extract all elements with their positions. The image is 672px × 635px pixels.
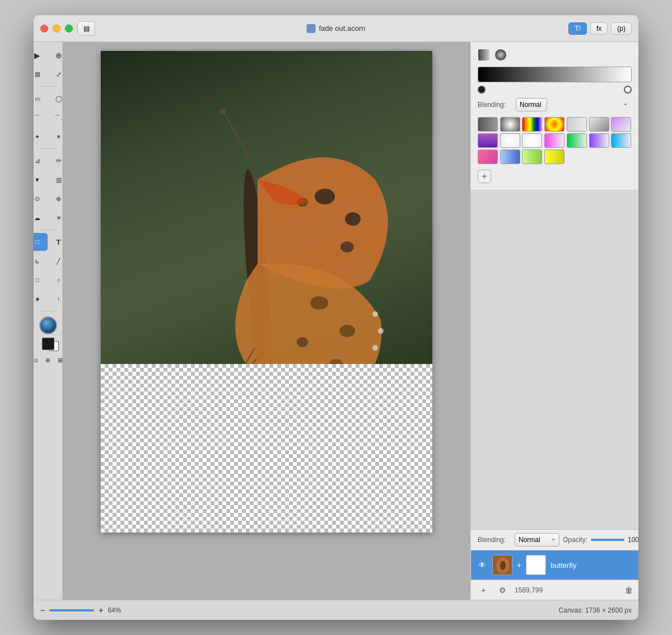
file-icon (306, 24, 315, 33)
ellipse-draw-tool[interactable]: ○ (49, 271, 69, 289)
fx-label: fx (596, 25, 601, 32)
layers-section: Blending: Normal Multiply Screen Opacity… (471, 529, 638, 600)
ellipse-select-tool[interactable]: ◯ (49, 90, 69, 108)
brush-tool[interactable]: ⊙ (34, 190, 48, 208)
add-preset-button[interactable]: + (478, 170, 491, 183)
preset-radial-white[interactable] (500, 133, 520, 148)
tool-extra-btns: ⊙ ⊕ ⊞ (34, 354, 66, 366)
zoom-small-icon[interactable]: ⊞ (55, 354, 66, 366)
gradient-stop-left[interactable] (478, 86, 486, 94)
layer-item[interactable]: 👁 + butterfly (471, 550, 638, 580)
star-tool[interactable]: ★ (34, 290, 48, 308)
close-button[interactable] (40, 25, 48, 32)
preset-pink[interactable] (478, 150, 498, 164)
radial-gradient-btn[interactable] (494, 49, 507, 61)
blur-tool[interactable]: ☁ (34, 209, 48, 227)
foreground-color[interactable] (42, 338, 54, 350)
preset-purple-fade[interactable] (611, 117, 631, 132)
right-panel: Blending: Normal Multiply Screen Overlay (470, 42, 638, 600)
fx-button[interactable]: fx (590, 22, 608, 35)
text-tool[interactable]: T (49, 233, 69, 251)
tools-button[interactable]: T! (568, 22, 587, 35)
preset-yellow-solid[interactable] (544, 150, 564, 164)
zoom-in-button[interactable]: + (99, 606, 103, 615)
file-name: fade out.acorn (319, 24, 365, 32)
preset-green-fade[interactable] (567, 133, 587, 148)
svg-rect-17 (478, 49, 489, 60)
maximize-button[interactable] (65, 25, 73, 32)
canvas-content (101, 51, 432, 533)
preset-violet-fade[interactable] (589, 133, 609, 148)
layer-visibility-toggle[interactable]: 👁 (477, 559, 488, 571)
canvas-area[interactable] (63, 42, 470, 600)
zoom-tool[interactable]: ⊕ (49, 46, 69, 64)
paint-bucket-tool[interactable]: ▼ (34, 171, 48, 189)
gradient-presets-grid (478, 117, 632, 164)
svg-point-5 (340, 241, 354, 253)
delete-layer-button[interactable]: 🗑 (625, 586, 633, 595)
rect-select-tool[interactable]: ▭ (34, 90, 48, 108)
burn-tool[interactable]: ☀ (49, 209, 69, 227)
p-label: (p) (617, 25, 626, 32)
blending-select[interactable]: Normal Multiply Screen Overlay (516, 98, 547, 111)
preset-sunburst[interactable] (544, 117, 564, 132)
eyedropper-tool[interactable]: ⊿ (34, 152, 48, 170)
rect-draw-tool[interactable]: □ (34, 271, 48, 289)
preset-radial-gray[interactable] (500, 117, 520, 132)
opacity-slider[interactable] (591, 539, 624, 541)
preset-radial-soft[interactable] (522, 133, 542, 148)
preset-gray[interactable] (478, 117, 498, 132)
layer-count-value: 1589,799 (515, 586, 543, 594)
left-toolbar: ▶ ⊕ ⊠ ⤢ ▭ ◯ ⌒ ⌒. ✦ ✶ ⊿ ✏ (34, 42, 63, 600)
layer-count: 1589,799 (515, 586, 543, 594)
rect-shape-tool[interactable]: □ (34, 233, 48, 251)
gradient-bar[interactable] (478, 67, 632, 82)
p-button[interactable]: (p) (611, 22, 632, 35)
gradient-slider-track (478, 86, 632, 94)
add-layer-button[interactable]: + (477, 583, 490, 597)
preset-rainbow[interactable] (522, 117, 542, 132)
preset-blue-solid[interactable] (500, 150, 520, 164)
blending-row: Blending: Normal Multiply Screen Overlay (478, 98, 632, 111)
preset-silver[interactable] (589, 117, 609, 132)
transform-tool[interactable]: ⤢ (49, 66, 69, 83)
titlebar: ▤ fade out.acorn T! fx (p) (34, 15, 638, 42)
clone-tool[interactable]: ⊕ (49, 190, 69, 208)
preset-fade-gray[interactable] (567, 117, 587, 132)
layer-thumbnail (492, 555, 512, 575)
magic-wand2-tool[interactable]: ✶ (49, 128, 69, 146)
crop-tool[interactable]: ⊠ (34, 66, 48, 83)
poly-lasso-tool[interactable]: ⌒. (49, 109, 69, 127)
sidebar-toggle-button[interactable]: ▤ (77, 21, 95, 36)
layer-settings-button[interactable]: ⚙ (496, 583, 509, 597)
right-panel-spacer (471, 190, 638, 529)
linear-gradient-btn[interactable] (478, 49, 490, 61)
search-icon[interactable]: ⊕ (43, 354, 54, 366)
preset-blue-fade[interactable] (611, 133, 631, 148)
gradient-stop-right[interactable] (624, 86, 632, 94)
pencil-tool[interactable]: ✏ (49, 152, 69, 170)
arrow-tool[interactable]: ↑ (49, 290, 69, 308)
select-tool[interactable]: ▶ (34, 46, 48, 64)
gradient-bar-container (478, 67, 632, 82)
titlebar-center: fade out.acorn (306, 24, 365, 33)
svg-point-3 (315, 189, 335, 204)
layer-mask[interactable] (526, 555, 546, 575)
swap-colors-icon[interactable]: ⊙ (34, 354, 41, 366)
gradient-editor: Blending: Normal Multiply Screen Overlay (471, 42, 638, 190)
preset-purple-solid[interactable] (478, 133, 498, 148)
zoom-slider[interactable] (49, 609, 94, 611)
gradient-tool[interactable]: ▥ (49, 171, 69, 189)
preset-magenta-fade[interactable] (544, 133, 564, 148)
layers-blending-select[interactable]: Normal Multiply Screen (515, 533, 559, 547)
lasso-tool[interactable]: ⌒ (34, 109, 48, 127)
color-picker[interactable] (39, 316, 57, 334)
line-tool[interactable]: ╱ (49, 252, 69, 270)
minimize-button[interactable] (53, 25, 60, 32)
magic-wand-tool[interactable]: ✦ (34, 128, 48, 146)
status-bar: − + 64% Canvas: 1736 × 2600 px (34, 600, 638, 620)
preset-green-solid[interactable] (522, 150, 542, 164)
zoom-out-button[interactable]: − (40, 606, 45, 615)
pen-tool[interactable]: ⊾ (34, 252, 48, 270)
svg-point-18 (495, 49, 506, 60)
